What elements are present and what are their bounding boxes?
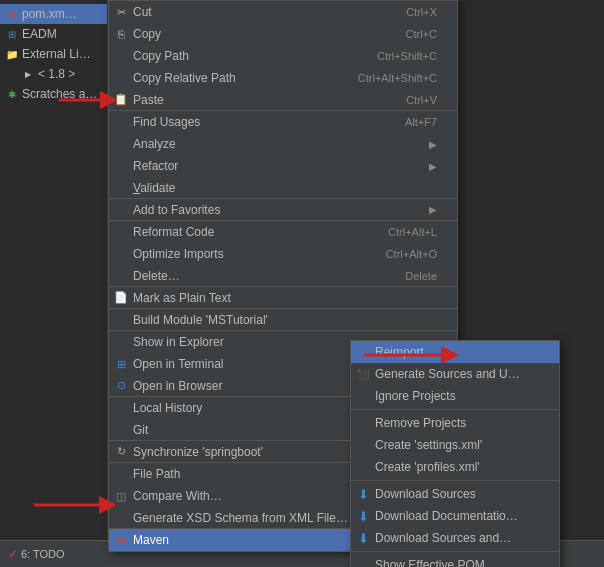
submenu-dl-sources-and-label: Download Sources and… <box>375 531 551 545</box>
submenu-download-sources[interactable]: ⬇ Download Sources <box>351 483 559 505</box>
menu-copy[interactable]: ⎘ Copy Ctrl+C <box>109 23 457 45</box>
menu-favorites-arrow: ▶ <box>429 204 437 215</box>
tree-item-pom[interactable]: m pom.xm… <box>0 4 107 24</box>
tree-label-external: External Li… <box>22 47 91 61</box>
menu-copy-relative-label: Copy Relative Path <box>133 71 338 85</box>
submenu-reimport[interactable]: Reimport <box>351 341 559 363</box>
terminal-icon: ⊞ <box>113 356 129 372</box>
menu-add-favorites[interactable]: Add to Favorites ▶ <box>109 199 457 221</box>
menu-analyze[interactable]: Analyze ▶ <box>109 133 457 155</box>
submenu-ignore-label: Ignore Projects <box>375 389 551 403</box>
project-tree: m pom.xm… ⊞ EADM 📁 External Li… ▶ < 1.8 … <box>0 0 108 540</box>
jdk-icon: ▶ <box>20 66 36 82</box>
tree-item-scratches[interactable]: ✱ Scratches a… <box>0 84 107 104</box>
menu-copy-shortcut: Ctrl+C <box>406 28 437 40</box>
submenu-effective-pom-label: Show Effective POM <box>375 558 551 567</box>
submenu-sep-1 <box>351 409 559 410</box>
menu-copy-path-label: Copy Path <box>133 49 357 63</box>
menu-validate-label: Validate <box>133 181 437 195</box>
menu-copy-relative-path[interactable]: Copy Relative Path Ctrl+Alt+Shift+C <box>109 67 457 89</box>
submenu-create-profiles-label: Create 'profiles.xml' <box>375 460 551 474</box>
download-sources-and-icon: ⬇ <box>355 530 371 546</box>
menu-cut-shortcut: Ctrl+X <box>406 6 437 18</box>
plain-text-icon: 📄 <box>113 290 129 306</box>
compare-icon: ◫ <box>113 488 129 504</box>
menu-paste-shortcut: Ctrl+V <box>406 94 437 106</box>
cut-icon: ✂ <box>113 4 129 20</box>
tree-label-pom: pom.xm… <box>22 7 77 21</box>
scratches-icon: ✱ <box>4 86 20 102</box>
menu-copy-relative-shortcut: Ctrl+Alt+Shift+C <box>358 72 437 84</box>
menu-find-label: Find Usages <box>133 115 385 129</box>
submenu-create-settings-label: Create 'settings.xml' <box>375 438 551 452</box>
submenu-download-sources-and[interactable]: ⬇ Download Sources and… <box>351 527 559 549</box>
menu-reformat-shortcut: Ctrl+Alt+L <box>388 226 437 238</box>
menu-plain-label: Mark as Plain Text <box>133 291 437 305</box>
submenu-create-settings[interactable]: Create 'settings.xml' <box>351 434 559 456</box>
menu-find-usages[interactable]: Find Usages Alt+F7 <box>109 111 457 133</box>
menu-filepath-label: File Path <box>133 467 355 481</box>
maven-menu-icon: m <box>113 532 129 548</box>
tree-item-jdk[interactable]: ▶ < 1.8 > <box>0 64 107 84</box>
sync-icon: ↻ <box>113 444 129 460</box>
menu-delete-shortcut: Delete <box>405 270 437 282</box>
menu-delete-label: Delete… <box>133 269 385 283</box>
download-docs-icon: ⬇ <box>355 508 371 524</box>
download-sources-icon: ⬇ <box>355 486 371 502</box>
menu-build-module[interactable]: Build Module 'MSTutorial' <box>109 309 457 331</box>
menu-copy-path-shortcut: Ctrl+Shift+C <box>377 50 437 62</box>
tree-label-scratches: Scratches a… <box>22 87 97 101</box>
submenu-remove-label: Remove Projects <box>375 416 551 430</box>
maven-icon: m <box>4 6 20 22</box>
submenu-ignore-projects[interactable]: Ignore Projects <box>351 385 559 407</box>
menu-favorites-label: Add to Favorites <box>133 203 425 217</box>
menu-validate[interactable]: Validate <box>109 177 457 199</box>
submenu-dl-sources-label: Download Sources <box>375 487 551 501</box>
generate-sources-icon: ⬛ <box>355 366 371 382</box>
submenu-sep-2 <box>351 480 559 481</box>
menu-reformat[interactable]: Reformat Code Ctrl+Alt+L <box>109 221 457 243</box>
submenu-generate-label: Generate Sources and U… <box>375 367 551 381</box>
menu-refactor[interactable]: Refactor ▶ <box>109 155 457 177</box>
menu-find-shortcut: Alt+F7 <box>405 116 437 128</box>
submenu-download-docs[interactable]: ⬇ Download Documentatio… <box>351 505 559 527</box>
external-icon: 📁 <box>4 46 20 62</box>
menu-optimize[interactable]: Optimize Imports Ctrl+Alt+O <box>109 243 457 265</box>
menu-mark-plain[interactable]: 📄 Mark as Plain Text <box>109 287 457 309</box>
todo-label: 6: TODO <box>21 548 65 560</box>
submenu-dl-docs-label: Download Documentatio… <box>375 509 551 523</box>
menu-analyze-arrow: ▶ <box>429 139 437 150</box>
paste-icon: 📋 <box>113 92 129 108</box>
menu-copy-label: Copy <box>133 27 386 41</box>
todo-status[interactable]: ✓ 6: TODO <box>8 547 65 561</box>
menu-optimize-label: Optimize Imports <box>133 247 366 261</box>
menu-copy-path[interactable]: Copy Path Ctrl+Shift+C <box>109 45 457 67</box>
menu-cut[interactable]: ✂ Cut Ctrl+X <box>109 1 457 23</box>
submenu-generate-sources[interactable]: ⬛ Generate Sources and U… <box>351 363 559 385</box>
menu-paste-label: Paste <box>133 93 386 107</box>
submenu-show-effective-pom[interactable]: Show Effective POM <box>351 554 559 567</box>
todo-icon: ✓ <box>8 547 18 561</box>
submenu-remove-projects[interactable]: Remove Projects <box>351 412 559 434</box>
tree-label-jdk: < 1.8 > <box>38 67 75 81</box>
menu-build-label: Build Module 'MSTutorial' <box>133 313 437 327</box>
copy-icon: ⎘ <box>113 26 129 42</box>
menu-compare-label: Compare With… <box>133 489 386 503</box>
submenu-create-profiles[interactable]: Create 'profiles.xml' <box>351 456 559 478</box>
browser-icon: ⊙ <box>113 378 129 394</box>
menu-cut-label: Cut <box>133 5 386 19</box>
menu-optimize-shortcut: Ctrl+Alt+O <box>386 248 437 260</box>
menu-reformat-label: Reformat Code <box>133 225 368 239</box>
module-icon: ⊞ <box>4 26 20 42</box>
menu-paste[interactable]: 📋 Paste Ctrl+V <box>109 89 457 111</box>
tree-item-external[interactable]: 📁 External Li… <box>0 44 107 64</box>
menu-refactor-label: Refactor <box>133 159 425 173</box>
tree-item-eadm[interactable]: ⊞ EADM <box>0 24 107 44</box>
menu-analyze-label: Analyze <box>133 137 425 151</box>
tree-label-eadm: EADM <box>22 27 57 41</box>
submenu-sep-3 <box>351 551 559 552</box>
submenu-reimport-label: Reimport <box>375 345 551 359</box>
menu-delete[interactable]: Delete… Delete <box>109 265 457 287</box>
submenu-maven: Reimport ⬛ Generate Sources and U… Ignor… <box>350 340 560 567</box>
menu-refactor-arrow: ▶ <box>429 161 437 172</box>
